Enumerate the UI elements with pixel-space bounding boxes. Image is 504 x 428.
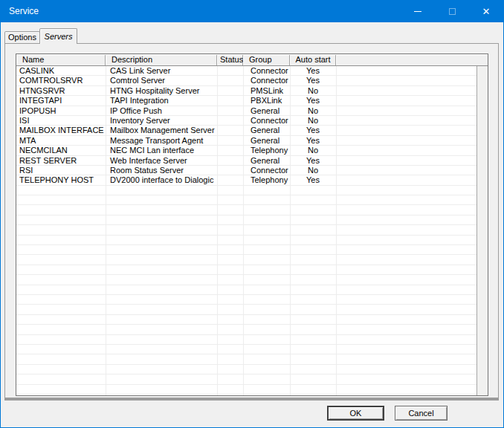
table-row[interactable]: REST SERVERWeb Interface ServerGeneralYe… [16,156,488,166]
maximize-button [435,0,469,22]
maximize-icon [449,8,456,15]
cell-description: Mailbox Management Server [106,126,217,134]
cell-name: CASLINK [16,66,106,75]
cell-status [217,166,243,175]
minimize-button[interactable] [401,0,435,22]
column-header-filler [336,54,488,65]
cell-group: PBXLink [243,96,290,105]
cell-description: Inventory Server [106,116,217,125]
cell-auto-start: Yes [290,66,336,75]
cell-group: PMSLink [243,86,290,95]
cell-description: TAPI Integration [106,96,217,105]
cell-status [217,96,243,105]
cell-status [217,146,243,155]
empty-row [16,195,488,205]
cell-group: Telephony [243,175,290,184]
close-button[interactable]: ✕ [469,0,503,22]
empty-row [16,285,488,295]
table-row[interactable]: ISIInventory ServerConnectorNo [16,116,488,126]
cell-name: MAILBOX INTERFACE [16,126,106,134]
cell-status [217,116,243,125]
cell-description: Room Status Server [106,166,217,175]
column-header-auto-start[interactable]: Auto start [290,54,336,65]
cell-name: HTNGSRVR [16,86,106,95]
gridline-vertical [290,66,291,395]
cell-group: Connector [243,66,290,75]
column-header-name[interactable]: Name [16,54,106,65]
table-row[interactable]: CASLINKCAS Link ServerConnectorYes [16,66,488,76]
cell-auto-start: No [290,106,336,115]
column-header-status[interactable]: Status [217,54,243,65]
ok-button[interactable]: OK [327,406,384,421]
cell-group: General [243,156,290,165]
cell-name: COMTROLSRVR [16,76,106,85]
cell-auto-start: Yes [290,76,336,85]
cell-auto-start: Yes [290,126,336,134]
cell-auto-start: Yes [290,156,336,165]
cell-group: General [243,136,290,145]
cell-description: Web Interface Server [106,156,217,165]
cell-description: Comtrol Server [106,76,217,85]
cell-status [217,66,243,75]
gridline-vertical [243,66,244,395]
cell-description: CAS Link Server [106,66,217,75]
cell-description: NEC MCI Lan interface [106,146,217,155]
minimize-icon [414,11,421,12]
cell-name: INTEGTAPI [16,96,106,105]
empty-row [16,255,488,265]
column-header-description[interactable]: Description [106,54,217,65]
cell-status [217,126,243,134]
cell-group: Telephony [243,146,290,155]
service-dialog: Service ✕ Options Servers NameDescriptio… [0,0,504,428]
vertical-scrollbar-track [476,66,488,395]
empty-row [16,305,488,314]
cell-auto-start: No [290,116,336,125]
cell-name: MTA [16,136,106,145]
empty-row [16,325,488,334]
empty-row [16,236,488,245]
cell-status [217,86,243,95]
tab-servers[interactable]: Servers [39,28,77,44]
window-controls: ✕ [401,0,503,22]
cancel-button[interactable]: Cancel [395,406,448,421]
table-row[interactable]: MTAMessage Transport AgentGeneralYes [16,136,488,146]
cell-description: Message Transport Agent [106,136,217,145]
table-row[interactable]: IPOPUSHIP Office PushGeneralNo [16,106,488,116]
empty-row [16,354,488,364]
cell-auto-start: Yes [290,96,336,105]
servers-table: NameDescriptionStatusGroupAuto start CAS… [16,54,488,396]
cell-status [217,76,243,85]
cell-name: ISI [16,116,106,125]
cell-status [217,106,243,115]
table-row[interactable]: HTNGSRVRHTNG Hospitality ServerPMSLinkNo [16,86,488,96]
column-header-group[interactable]: Group [243,54,290,65]
cell-group: General [243,106,290,115]
empty-row [16,265,488,275]
cell-status [217,136,243,145]
empty-row [16,395,488,395]
empty-row [16,374,488,384]
empty-row [16,295,488,305]
cell-description: DV2000 interface to Dialogic [106,175,217,184]
table-header: NameDescriptionStatusGroupAuto start [16,54,488,66]
cell-group: General [243,126,290,134]
empty-row [16,315,488,325]
cell-status [217,175,243,184]
table-body: CASLINKCAS Link ServerConnectorYesCOMTRO… [16,66,488,395]
empty-row [16,345,488,354]
cell-name: REST SERVER [16,156,106,165]
table-row[interactable]: RSIRoom Status ServerConnectorNo [16,166,488,175]
cell-auto-start: Yes [290,175,336,184]
table-row[interactable]: INTEGTAPITAPI IntegrationPBXLinkYes [16,96,488,106]
cell-name: RSI [16,166,106,175]
tab-options[interactable]: Options [4,31,40,43]
cell-group: Connector [243,166,290,175]
table-row[interactable]: NECMCILANNEC MCI Lan interfaceTelephonyN… [16,146,488,155]
table-row[interactable]: COMTROLSRVRComtrol ServerConnectorYes [16,76,488,85]
cell-auto-start: No [290,166,336,175]
cell-auto-start: No [290,86,336,95]
table-row[interactable]: MAILBOX INTERFACEMailbox Management Serv… [16,126,488,135]
table-row[interactable]: TELEPHONY HOSTDV2000 interface to Dialog… [16,175,488,185]
empty-row [16,225,488,235]
empty-row [16,245,488,255]
